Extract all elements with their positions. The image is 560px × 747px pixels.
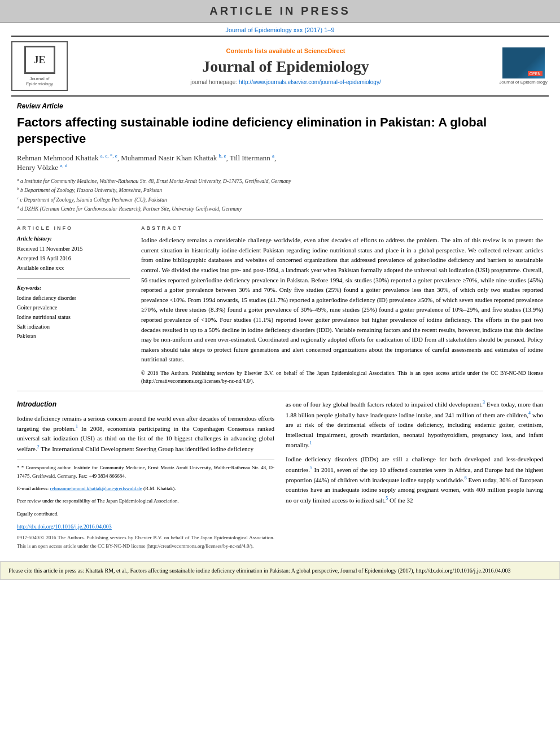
footnotes-section: * * Corresponding author. Institute for … <box>17 460 274 518</box>
body-col-left: Introduction Iodine deficiency remains a… <box>17 399 274 550</box>
authors-text: Rehman Mehmood Khattak a, c, *, e, Muham… <box>17 154 276 172</box>
logo-initials: JE <box>33 54 45 66</box>
journal-ref-text: Journal of Epidemiology xxx (2017) 1–9 <box>225 27 334 33</box>
journal-title-main: Journal of Epidemiology <box>79 58 492 76</box>
header-center: Contents lists available at ScienceDirec… <box>73 47 498 85</box>
footnote-email: E-mail address: rehmanmehmood.khattak@un… <box>17 484 274 492</box>
citation-text: Please cite this article in press as: Kh… <box>8 567 510 574</box>
banner-text: ARTICLE IN PRESS <box>209 5 351 17</box>
journal-homepage: journal homepage: http://www.journals.el… <box>79 79 492 85</box>
abstract-col: ABSTRACT Iodine deficiency remains a con… <box>141 225 543 385</box>
abstract-paragraph: Iodine deficiency remains a considerable… <box>141 235 543 365</box>
keyword-1: Iodine deficiency disorder <box>17 293 130 303</box>
keyword-3: Iodine nutritional status <box>17 312 130 322</box>
authors: Rehman Mehmood Khattak a, c, *, e, Muham… <box>17 152 543 172</box>
history-label: Article history: <box>17 235 130 242</box>
intro-heading: Introduction <box>17 399 274 410</box>
homepage-url[interactable]: http://www.journals.elsevier.com/journal… <box>239 79 381 85</box>
keyword-5: Pakistan <box>17 331 130 341</box>
license-text: © 2016 The Authors. Publishing services … <box>141 369 543 386</box>
footnote-equally: Equally contributed. <box>17 510 274 518</box>
main-content: Review Article Factors affecting sustain… <box>0 97 560 556</box>
divider-1 <box>17 219 543 220</box>
article-in-press-banner: ARTICLE IN PRESS <box>0 0 560 23</box>
two-col-body: Introduction Iodine deficiency remains a… <box>17 399 543 550</box>
sciencedirect-link: Contents lists available at ScienceDirec… <box>79 47 492 54</box>
page: ARTICLE IN PRESS Journal of Epidemiology… <box>0 0 560 747</box>
header-section: JE Journal of Epidemiology Contents list… <box>11 36 549 97</box>
keywords-label: Keywords: <box>17 285 130 291</box>
intro-p2: as one of four key global health factors… <box>286 399 543 450</box>
sciencedirect-name: ScienceDirect <box>304 47 345 54</box>
body-section: Introduction Iodine deficiency remains a… <box>17 399 543 550</box>
footnote-corresponding: * * Corresponding author. Institute for … <box>17 464 274 480</box>
logo-box: JE <box>24 46 55 74</box>
affiliation-a: a a Institute for Community Medicine, Wa… <box>17 178 291 184</box>
affiliation-d: d d DZHK (German Centre for Cardiovascul… <box>17 206 242 212</box>
divider-2 <box>17 391 543 391</box>
intro-p3: Iodine deficiency disorders (IDDs) are s… <box>286 455 543 505</box>
doi-link[interactable]: http://dx.doi.org/10.1016/j.je.2016.04.0… <box>17 523 112 530</box>
logo-right-badge: OPEN <box>528 71 542 76</box>
sciencedirect-prefix: Contents lists available at <box>226 47 304 54</box>
article-info-header: ARTICLE INFO <box>17 225 130 231</box>
citation-bar: Please cite this article in press as: Kh… <box>0 561 560 580</box>
divider-info <box>17 278 130 279</box>
logo-text-left: Journal of Epidemiology <box>16 76 63 86</box>
footnote-peer-review: Peer review under the responsibility of … <box>17 497 274 505</box>
article-history-block: Article history: Received 11 November 20… <box>17 235 130 273</box>
homepage-prefix: journal homepage: <box>190 79 239 85</box>
logo-right-img: OPEN <box>502 47 545 78</box>
two-col-section: ARTICLE INFO Article history: Received 1… <box>17 225 543 385</box>
journal-ref: Journal of Epidemiology xxx (2017) 1–9 <box>0 23 560 36</box>
keyword-2: Goiter prevalence <box>17 303 130 312</box>
article-title: Factors affecting sustainable iodine def… <box>17 115 543 147</box>
abstract-text: Iodine deficiency remains a considerable… <box>141 235 543 385</box>
abstract-header: ABSTRACT <box>141 225 543 231</box>
logo-right-label: Journal of Epidemiology <box>499 80 547 85</box>
affiliation-b: b b Department of Zoology, Hazara Univer… <box>17 187 162 193</box>
article-info-col: ARTICLE INFO Article history: Received 1… <box>17 225 130 385</box>
received-date: Received 11 November 2015 Accepted 19 Ap… <box>17 244 130 273</box>
intro-p1: Iodine deficiency remains a serious conc… <box>17 414 274 455</box>
doi-section: http://dx.doi.org/10.1016/j.je.2016.04.0… <box>17 522 274 531</box>
license-bottom: 0917-5040/© 2016 The Authors. Publishing… <box>17 534 274 550</box>
keyword-4: Salt iodization <box>17 322 130 331</box>
affiliation-c: c c Department of Zoology, Islamia Colle… <box>17 197 167 203</box>
review-article-label: Review Article <box>17 102 543 110</box>
body-col-right: as one of four key global health factors… <box>286 399 543 550</box>
journal-logo-right: OPEN Journal of Epidemiology <box>498 47 549 85</box>
journal-logo-left: JE Journal of Epidemiology <box>11 41 68 91</box>
keywords-block: Keywords: Iodine deficiency disorder Goi… <box>17 285 130 341</box>
affiliations: a a Institute for Community Medicine, Wa… <box>17 177 543 213</box>
footnote-email-link[interactable]: rehmanmehmood.khattak@uni-greifswald.de <box>50 486 142 491</box>
